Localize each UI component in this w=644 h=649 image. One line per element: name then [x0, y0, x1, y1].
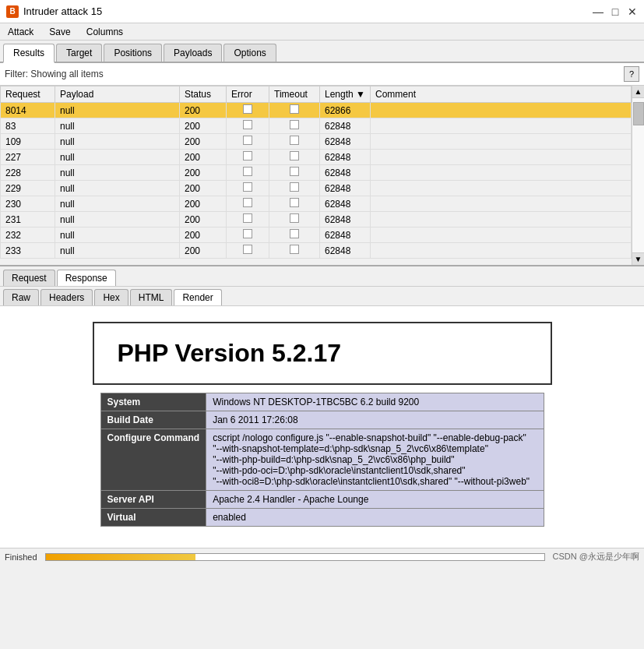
- cell-error-checkbox[interactable]: [243, 151, 252, 160]
- tab-response[interactable]: Response: [57, 270, 116, 286]
- menu-columns[interactable]: Columns: [82, 25, 128, 39]
- cell-timeout[interactable]: [269, 228, 320, 243]
- table-scrollbar[interactable]: ▲ ▼: [632, 86, 644, 265]
- cell-status: 200: [180, 196, 227, 212]
- cell-error[interactable]: [227, 150, 269, 165]
- col-header-comment[interactable]: Comment: [371, 86, 632, 103]
- results-table: Request Payload Status Error Timeout Len…: [0, 86, 632, 259]
- table-row[interactable]: 232null20062848: [1, 228, 632, 243]
- cell-timeout[interactable]: [269, 196, 320, 212]
- table-row[interactable]: 229null20062848: [1, 181, 632, 196]
- cell-timeout[interactable]: [269, 212, 320, 228]
- title-bar-left: B Intruder attack 15: [6, 5, 102, 18]
- status-bar: Finished CSDN @永远是少年啊: [0, 548, 644, 565]
- php-info-key: Server API: [100, 491, 206, 509]
- sub-tab-headers[interactable]: Headers: [40, 289, 93, 305]
- cell-error[interactable]: [227, 165, 269, 181]
- menu-save[interactable]: Save: [44, 25, 75, 39]
- table-scroll-area[interactable]: Request Payload Status Error Timeout Len…: [0, 86, 632, 265]
- cell-timeout-checkbox[interactable]: [290, 120, 299, 129]
- cell-timeout-checkbox[interactable]: [290, 167, 299, 176]
- table-row[interactable]: 231null20062848: [1, 212, 632, 228]
- app-icon: B: [6, 5, 19, 18]
- table-row[interactable]: 233null20062848: [1, 243, 632, 259]
- scroll-up-button[interactable]: ▲: [632, 86, 644, 98]
- cell-timeout-checkbox[interactable]: [290, 104, 299, 114]
- cell-error[interactable]: [227, 243, 269, 259]
- cell-timeout-checkbox[interactable]: [290, 182, 299, 192]
- cell-error-checkbox[interactable]: [243, 198, 252, 207]
- table-row[interactable]: 8014null20062866: [1, 103, 632, 118]
- cell-payload: null: [55, 103, 180, 118]
- cell-length: 62848: [320, 118, 371, 134]
- cell-length: 62848: [320, 212, 371, 228]
- cell-error[interactable]: [227, 103, 269, 118]
- cell-error-checkbox[interactable]: [243, 167, 252, 176]
- table-row[interactable]: 230null20062848: [1, 196, 632, 212]
- cell-error[interactable]: [227, 228, 269, 243]
- tab-positions[interactable]: Positions: [104, 44, 162, 62]
- cell-timeout[interactable]: [269, 181, 320, 196]
- php-info-row: SystemWindows NT DESKTOP-1TBC5BC 6.2 bui…: [100, 393, 544, 411]
- cell-timeout-checkbox[interactable]: [290, 198, 299, 207]
- scroll-track[interactable]: [632, 98, 644, 252]
- cell-status: 200: [180, 103, 227, 118]
- cell-timeout-checkbox[interactable]: [290, 151, 299, 160]
- col-header-timeout[interactable]: Timeout: [269, 86, 320, 103]
- maximize-button[interactable]: □: [610, 6, 621, 17]
- col-header-status[interactable]: Status: [180, 86, 227, 103]
- cell-timeout[interactable]: [269, 165, 320, 181]
- tab-options[interactable]: Options: [223, 44, 276, 62]
- cell-error-checkbox[interactable]: [243, 182, 252, 192]
- scroll-down-button[interactable]: ▼: [632, 252, 644, 265]
- cell-status: 200: [180, 165, 227, 181]
- close-button[interactable]: ✕: [627, 6, 638, 17]
- filter-help-button[interactable]: ?: [624, 66, 639, 82]
- cell-error-checkbox[interactable]: [243, 229, 252, 238]
- sub-tab-render[interactable]: Render: [174, 289, 221, 305]
- minimize-button[interactable]: —: [593, 6, 604, 17]
- cell-error-checkbox[interactable]: [243, 120, 252, 129]
- tab-request[interactable]: Request: [3, 270, 55, 286]
- cell-timeout[interactable]: [269, 103, 320, 118]
- col-header-request[interactable]: Request: [1, 86, 55, 103]
- table-row[interactable]: 228null20062848: [1, 165, 632, 181]
- cell-timeout[interactable]: [269, 118, 320, 134]
- sub-tab-hex[interactable]: Hex: [94, 289, 128, 305]
- table-row[interactable]: 109null20062848: [1, 134, 632, 150]
- cell-timeout[interactable]: [269, 150, 320, 165]
- cell-error-checkbox[interactable]: [243, 213, 252, 223]
- sub-tab-html[interactable]: HTML: [130, 289, 173, 305]
- tab-target[interactable]: Target: [56, 44, 102, 62]
- cell-timeout-checkbox[interactable]: [290, 229, 299, 238]
- cell-status: 200: [180, 243, 227, 259]
- cell-error-checkbox[interactable]: [243, 136, 252, 145]
- sub-tab-raw[interactable]: Raw: [3, 289, 39, 305]
- window-controls: — □ ✕: [593, 6, 638, 17]
- cell-timeout[interactable]: [269, 243, 320, 259]
- cell-error[interactable]: [227, 196, 269, 212]
- menu-attack[interactable]: Attack: [3, 25, 38, 39]
- table-row[interactable]: 227null20062848: [1, 150, 632, 165]
- cell-timeout-checkbox[interactable]: [290, 213, 299, 223]
- tab-payloads[interactable]: Payloads: [164, 44, 222, 62]
- cell-timeout-checkbox[interactable]: [290, 245, 299, 254]
- cell-status: 200: [180, 118, 227, 134]
- cell-length: 62848: [320, 243, 371, 259]
- cell-error-checkbox[interactable]: [243, 104, 252, 114]
- cell-request: 228: [1, 165, 55, 181]
- col-header-payload[interactable]: Payload: [55, 86, 180, 103]
- cell-payload: null: [55, 228, 180, 243]
- col-header-length[interactable]: Length ▼: [320, 86, 371, 103]
- col-header-error[interactable]: Error: [227, 86, 269, 103]
- cell-error-checkbox[interactable]: [243, 245, 252, 254]
- table-row[interactable]: 83null20062848: [1, 118, 632, 134]
- cell-error[interactable]: [227, 181, 269, 196]
- cell-error[interactable]: [227, 212, 269, 228]
- scroll-thumb[interactable]: [633, 102, 644, 125]
- cell-error[interactable]: [227, 118, 269, 134]
- cell-timeout[interactable]: [269, 134, 320, 150]
- cell-error[interactable]: [227, 134, 269, 150]
- tab-results[interactable]: Results: [3, 44, 55, 63]
- cell-timeout-checkbox[interactable]: [290, 136, 299, 145]
